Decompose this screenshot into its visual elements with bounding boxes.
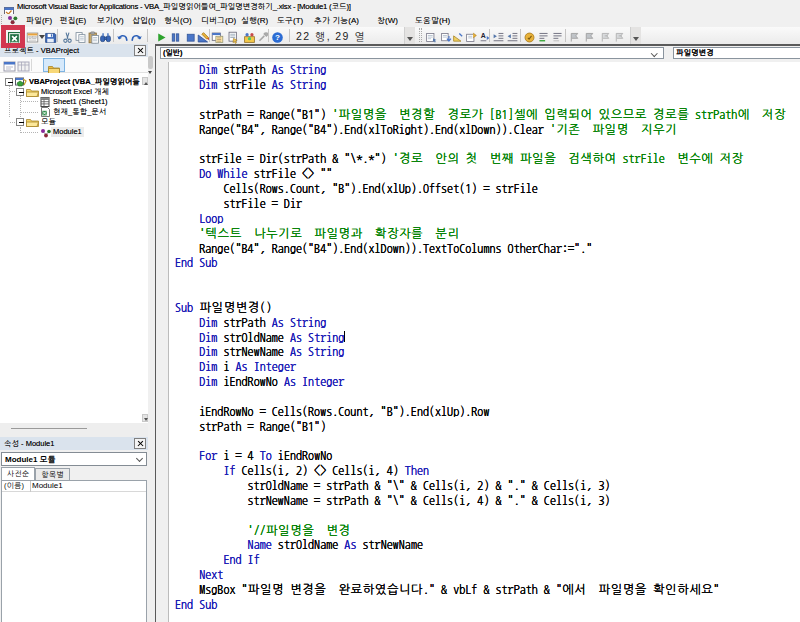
svg-text:A: A [481,32,486,39]
svg-text:?: ? [275,33,280,42]
